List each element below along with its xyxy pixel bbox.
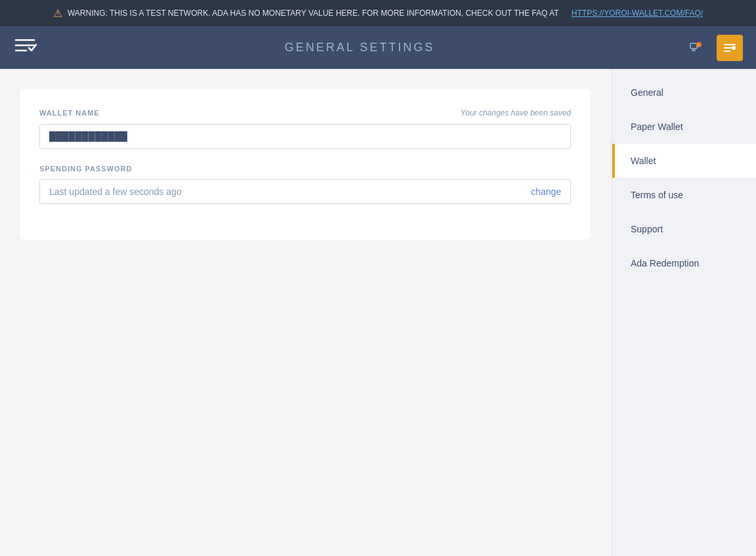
- wallet-name-label: WALLET NAME: [39, 109, 100, 117]
- sidebar-item-terms-of-use[interactable]: Terms of use: [612, 178, 756, 212]
- svg-rect-3: [690, 43, 697, 49]
- page-title: GENERAL SETTINGS: [285, 41, 434, 54]
- settings-filter-button[interactable]: [717, 35, 743, 61]
- svg-text:!: !: [698, 43, 699, 47]
- warning-banner: ⚠ WARNING: THIS IS A TEST NETWORK. ADA H…: [0, 0, 756, 26]
- wallet-name-input[interactable]: [39, 124, 571, 149]
- logo: [13, 33, 37, 62]
- notifications-button[interactable]: !: [682, 35, 709, 61]
- spending-password-header: SPENDING PASSWORD: [39, 165, 571, 173]
- main-content: WALLET NAME Your changes have been saved…: [0, 69, 612, 556]
- warning-icon: ⚠: [53, 7, 62, 20]
- header: GENERAL SETTINGS !: [0, 26, 756, 69]
- sidebar-item-paper-wallet[interactable]: Paper Wallet: [612, 110, 756, 144]
- change-password-button[interactable]: change: [531, 186, 561, 197]
- spending-password-field: Last updated a few seconds ago change: [39, 179, 571, 204]
- wallet-name-group: WALLET NAME Your changes have been saved: [39, 108, 571, 149]
- warning-link[interactable]: HTTPS://YOROI-WALLET.COM/FAQ/: [572, 9, 703, 18]
- settings-card: WALLET NAME Your changes have been saved…: [20, 89, 591, 240]
- sidebar-item-support[interactable]: Support: [612, 212, 756, 246]
- wallet-name-header: WALLET NAME Your changes have been saved: [39, 108, 571, 118]
- layout: WALLET NAME Your changes have been saved…: [0, 69, 756, 556]
- wallet-name-saved: Your changes have been saved: [461, 108, 571, 118]
- warning-text: WARNING: THIS IS A TEST NETWORK. ADA HAS…: [68, 9, 559, 18]
- spending-password-group: SPENDING PASSWORD Last updated a few sec…: [39, 165, 571, 204]
- header-actions: !: [682, 35, 743, 61]
- spending-password-status: Last updated a few seconds ago: [49, 186, 182, 197]
- svg-point-11: [732, 46, 736, 50]
- spending-password-label: SPENDING PASSWORD: [39, 165, 132, 173]
- sidebar-item-ada-redemption[interactable]: Ada Redemption: [612, 246, 756, 280]
- sidebar-item-wallet[interactable]: Wallet: [612, 144, 756, 178]
- logo-icon: [13, 33, 37, 62]
- sidebar-item-general[interactable]: General: [612, 75, 756, 110]
- sidebar: General Paper Wallet Wallet Terms of use…: [612, 69, 756, 556]
